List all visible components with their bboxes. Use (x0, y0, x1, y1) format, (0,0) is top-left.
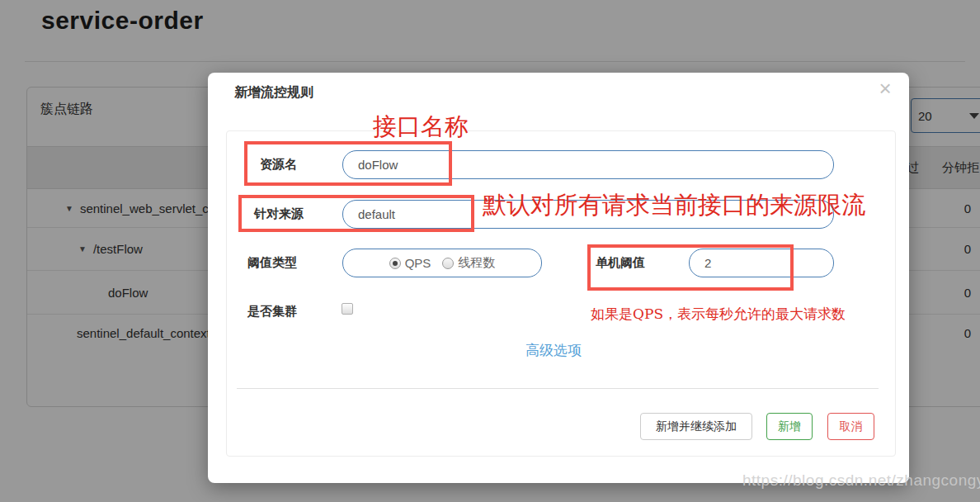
cluster-label: 是否集群 (247, 304, 297, 320)
annotation-resource-note: 接口名称 (373, 111, 469, 144)
threshold-type-group: QPS线程数 (342, 249, 542, 277)
close-icon[interactable]: × (873, 76, 898, 102)
annotation-box-single-threshold (587, 244, 794, 291)
footer-divider (237, 388, 879, 389)
annotation-box-resource (244, 141, 452, 186)
advanced-options-link[interactable]: 高级选项 (525, 341, 582, 360)
cluster-checkbox[interactable] (342, 303, 353, 315)
add-flow-rule-modal: 新增流控规则 × 资源名 针对来源 阈值类型 QPS线程数 单机阈值 是否集群 … (208, 73, 909, 483)
threshold-type-option[interactable]: 线程数 (442, 255, 495, 271)
cancel-button[interactable]: 取消 (827, 413, 874, 440)
watermark: https://blog.csdn.net/zhangcongyi420 (742, 471, 980, 490)
threshold-type-label: 阈值类型 (247, 255, 297, 271)
radio-label: 线程数 (458, 255, 495, 271)
add-button[interactable]: 新增 (766, 413, 813, 440)
add-and-continue-button[interactable]: 新增并继续添加 (640, 413, 752, 440)
modal-title: 新增流控规则 (234, 84, 313, 102)
radio-icon (389, 258, 401, 269)
annotation-origin-note: 默认对所有请求当前接口的来源限流 (483, 189, 865, 222)
threshold-type-option[interactable]: QPS (389, 256, 431, 270)
annotation-qps-note: 如果是QPS，表示每秒允许的最大请求数 (591, 305, 846, 324)
radio-icon (442, 258, 454, 269)
annotation-box-origin (238, 195, 474, 232)
radio-label: QPS (405, 256, 431, 270)
